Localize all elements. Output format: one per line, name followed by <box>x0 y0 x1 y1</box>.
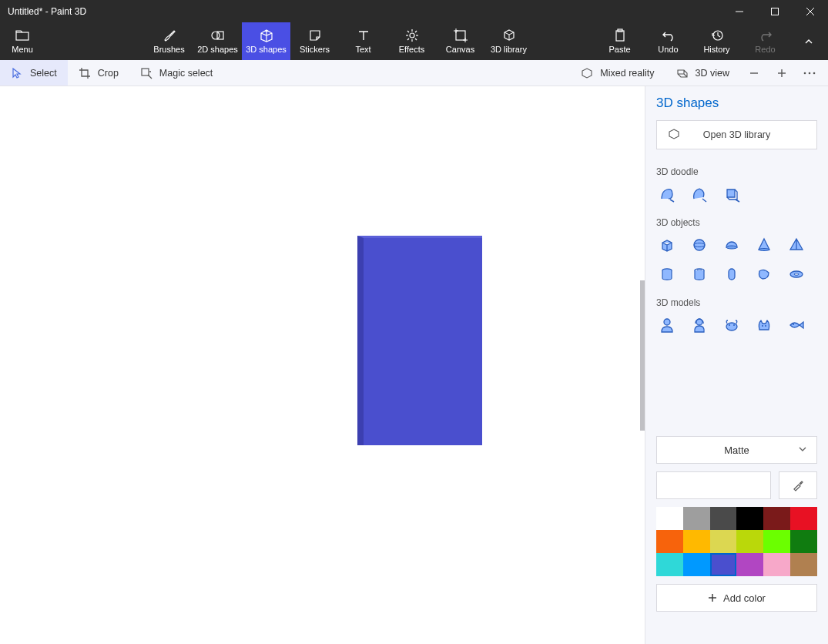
color-swatch[interactable] <box>763 507 790 530</box>
ribbon-brushes[interactable]: Brushes <box>145 22 193 60</box>
ribbon-text[interactable]: Text <box>339 22 387 60</box>
ribbon-history[interactable]: History <box>692 22 741 60</box>
library-icon <box>502 29 516 42</box>
color-swatch[interactable] <box>656 507 683 530</box>
add-color-button[interactable]: Add color <box>656 584 817 612</box>
canvas-3d-cube[interactable] <box>357 236 482 445</box>
object-capsule[interactable] <box>721 263 743 285</box>
object-cylinder[interactable] <box>656 263 678 285</box>
ribbon: Menu Brushes 2D shapes 3D shapes Sticker… <box>0 22 828 60</box>
menu-label: Menu <box>12 45 33 54</box>
current-color-preview[interactable] <box>656 471 771 499</box>
svg-point-48 <box>729 324 730 326</box>
mixed-reality-icon <box>581 67 593 79</box>
color-swatch[interactable] <box>683 507 710 530</box>
color-swatch[interactable] <box>736 507 763 530</box>
ribbon-3d-shapes[interactable]: 3D shapes <box>242 22 290 60</box>
ribbon-canvas[interactable]: Canvas <box>436 22 484 60</box>
tool-3d-view[interactable]: 3D view <box>665 60 740 86</box>
object-tube-shape[interactable] <box>689 263 710 285</box>
sub-toolbar: Select Crop Magic select Mixed reality 3… <box>0 60 828 86</box>
model-cat[interactable] <box>753 314 775 336</box>
svg-point-44 <box>794 273 799 276</box>
svg-rect-24 <box>616 31 624 41</box>
tool-select[interactable]: Select <box>0 60 68 86</box>
more-button[interactable] <box>796 60 823 86</box>
shapes-2d-icon <box>211 29 225 42</box>
library-icon <box>668 128 680 143</box>
svg-point-50 <box>762 325 763 327</box>
maximize-button[interactable] <box>757 0 793 22</box>
model-fish[interactable] <box>786 314 807 336</box>
model-woman[interactable] <box>689 314 710 336</box>
svg-rect-16 <box>456 31 465 40</box>
canvas-scrollbar[interactable] <box>640 280 645 431</box>
redo-icon <box>759 29 773 42</box>
object-cone[interactable] <box>753 234 775 256</box>
object-curved[interactable] <box>753 263 775 285</box>
object-sphere[interactable] <box>689 234 710 256</box>
color-swatch[interactable] <box>763 530 790 553</box>
color-swatch[interactable] <box>683 530 710 553</box>
object-torus[interactable] <box>786 263 807 285</box>
side-panel: 3D shapes Open 3D library 3D doodle 3D o… <box>645 86 828 644</box>
color-swatch[interactable] <box>656 553 683 576</box>
zoom-out-button[interactable] <box>740 60 768 86</box>
color-swatch[interactable] <box>710 507 737 530</box>
svg-point-34 <box>813 72 816 74</box>
section-3d-doodle: 3D doodle <box>656 166 817 177</box>
section-3d-models: 3D models <box>656 297 817 308</box>
zoom-in-button[interactable] <box>768 60 796 86</box>
open-3d-library-button[interactable]: Open 3D library <box>656 120 817 149</box>
minimize-button[interactable] <box>722 0 757 22</box>
tool-mixed-reality[interactable]: Mixed reality <box>570 60 665 86</box>
doodle-sharp-edge[interactable] <box>689 183 710 205</box>
ribbon-paste[interactable]: Paste <box>595 22 644 60</box>
svg-line-22 <box>505 32 509 35</box>
ribbon-3d-library[interactable]: 3D library <box>484 22 533 60</box>
svg-line-14 <box>415 31 417 32</box>
menu-button[interactable]: Menu <box>0 22 45 60</box>
model-man[interactable] <box>656 314 678 336</box>
color-swatch[interactable] <box>683 553 710 576</box>
svg-point-32 <box>804 72 806 74</box>
color-swatch[interactable] <box>790 553 817 576</box>
tool-magic-select[interactable]: Magic select <box>129 60 223 86</box>
doodle-tube[interactable] <box>721 183 743 205</box>
close-button[interactable] <box>793 0 828 22</box>
history-icon <box>710 29 724 42</box>
object-pyramid[interactable] <box>786 234 807 256</box>
crop-icon <box>79 67 91 79</box>
svg-point-38 <box>759 249 769 251</box>
chevron-down-icon <box>798 444 807 456</box>
ribbon-redo: Redo <box>741 22 789 60</box>
color-swatch[interactable] <box>790 530 817 553</box>
color-swatch[interactable] <box>736 530 763 553</box>
object-hemisphere[interactable] <box>721 234 743 256</box>
eyedropper-button[interactable] <box>779 471 817 499</box>
color-swatch[interactable] <box>710 530 737 553</box>
ribbon-stickers[interactable]: Stickers <box>290 22 339 60</box>
svg-point-47 <box>726 323 737 330</box>
svg-rect-42 <box>729 269 735 280</box>
color-swatch[interactable] <box>656 530 683 553</box>
title-bar: Untitled* - Paint 3D <box>0 0 828 22</box>
color-swatch[interactable] <box>790 507 817 530</box>
magic-select-icon <box>140 67 153 79</box>
tool-crop[interactable]: Crop <box>68 60 129 86</box>
ribbon-collapse[interactable] <box>789 22 828 60</box>
canvas[interactable] <box>0 86 645 644</box>
color-swatch[interactable] <box>710 553 737 576</box>
color-swatch[interactable] <box>763 553 790 576</box>
doodle-soft-edge[interactable] <box>656 183 678 205</box>
material-dropdown[interactable]: Matte <box>656 436 817 464</box>
paste-icon <box>613 29 627 42</box>
ribbon-effects[interactable]: Effects <box>387 22 436 60</box>
ribbon-undo[interactable]: Undo <box>644 22 692 60</box>
brush-icon <box>163 29 176 42</box>
ribbon-2d-shapes[interactable]: 2D shapes <box>193 22 242 60</box>
model-dog[interactable] <box>721 314 743 336</box>
color-swatch[interactable] <box>736 553 763 576</box>
object-cube[interactable] <box>656 234 678 256</box>
cube-icon <box>260 29 273 42</box>
